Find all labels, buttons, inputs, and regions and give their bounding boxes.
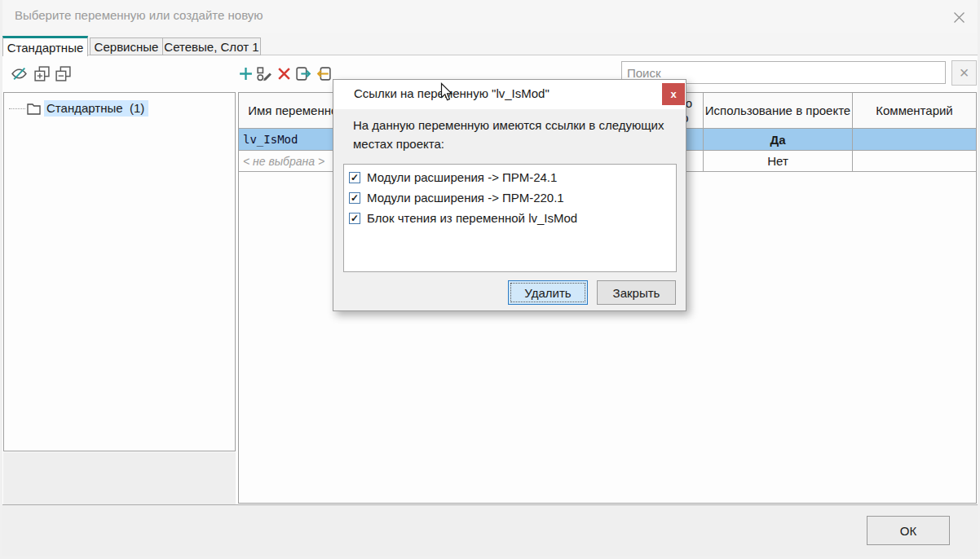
tab-label: Сервисные <box>95 40 159 54</box>
column-header-comment[interactable]: Комментарий <box>853 93 976 129</box>
tab-label: Сетевые, Слот 1 <box>164 40 258 54</box>
tab-strip: Стандартные Сервисные Сетевые, Слот 1 <box>2 33 978 55</box>
expand-all-button[interactable] <box>33 64 51 82</box>
checkbox-checked[interactable]: ✓ <box>349 172 360 183</box>
check-icon: ✓ <box>351 193 359 203</box>
search-clear-button[interactable]: × <box>951 60 977 86</box>
reference-label: Модули расширения -> ПРМ-24.1 <box>367 170 557 184</box>
close-button-label: Закрыть <box>613 286 660 300</box>
dialog-close-button[interactable]: x <box>662 83 685 105</box>
reference-label: Модули расширения -> ПРМ-220.1 <box>367 191 564 205</box>
tree-panel-filler <box>3 452 236 504</box>
ok-button[interactable]: ОК <box>867 516 950 545</box>
folder-icon <box>27 103 41 115</box>
reference-item[interactable]: ✓ Блок чтения из переменной lv_IsMod <box>344 208 676 228</box>
mouse-cursor <box>440 82 454 105</box>
column-header-usage[interactable]: Использование в проекте <box>704 93 853 129</box>
eye-off-icon <box>11 65 28 82</box>
check-icon: ✓ <box>351 173 359 183</box>
variable-groups-tree: Стандартные (1) <box>3 92 236 451</box>
import-variables-button[interactable] <box>314 64 332 82</box>
delete-x-icon <box>276 66 292 81</box>
arrow-cursor-icon <box>440 82 454 103</box>
plus-icon <box>238 66 254 81</box>
export-icon <box>295 65 312 82</box>
window-titlebar: Выберите переменную или создайте новую <box>2 0 978 33</box>
tab-standard[interactable]: Стандартные <box>2 36 88 56</box>
edit-variable-icon <box>255 65 272 82</box>
tab-label: Стандартные <box>7 41 84 55</box>
row-lvismod-comment[interactable] <box>853 129 976 151</box>
delete-variable-button[interactable] <box>275 64 293 82</box>
check-icon: ✓ <box>351 213 359 223</box>
delete-button-label: Удалить <box>524 286 571 300</box>
reference-item[interactable]: ✓ Модули расширения -> ПРМ-220.1 <box>344 187 676 208</box>
close-icon <box>953 11 965 24</box>
export-variables-button[interactable] <box>294 64 312 82</box>
tab-network-slot1[interactable]: Сетевые, Слот 1 <box>162 37 261 55</box>
checkbox-checked[interactable]: ✓ <box>349 213 360 224</box>
reference-item[interactable]: ✓ Модули расширения -> ПРМ-24.1 <box>344 167 676 187</box>
tree-item-standard[interactable]: Стандартные (1) <box>4 99 148 117</box>
references-dialog: Ссылки на переменную "lv_IsMod" x На дан… <box>333 79 686 311</box>
dialog-titlebar[interactable]: Ссылки на переменную "lv_IsMod" x <box>333 80 686 109</box>
references-list: ✓ Модули расширения -> ПРМ-24.1 ✓ Модули… <box>343 164 677 272</box>
edit-variable-button[interactable] <box>254 64 272 82</box>
collapse-all-button[interactable] <box>54 64 72 82</box>
dialog-message: На данную переменную имеются ссылки в сл… <box>353 116 671 153</box>
collapse-all-icon <box>55 65 72 82</box>
close-button[interactable]: Закрыть <box>597 280 676 305</box>
reference-label: Блок чтения из переменной lv_IsMod <box>367 211 577 225</box>
row-lvismod-usage[interactable]: Да <box>704 129 853 151</box>
row-notselected-usage[interactable]: Нет <box>704 151 853 172</box>
tree-item-label: Стандартные (1) <box>44 100 148 117</box>
checkbox-checked[interactable]: ✓ <box>349 192 360 204</box>
window-title: Выберите переменную или создайте новую <box>15 8 263 22</box>
window-close-button[interactable] <box>951 9 967 25</box>
close-x-icon: x <box>670 88 676 100</box>
footer-bar: ОК <box>2 504 978 556</box>
clear-icon: × <box>960 64 969 82</box>
expand-all-icon <box>33 65 51 82</box>
import-icon <box>315 65 332 82</box>
tab-service[interactable]: Сервисные <box>90 37 163 55</box>
delete-button[interactable]: Удалить <box>508 280 588 305</box>
ok-button-label: ОК <box>900 524 916 538</box>
select-variable-window: Выберите переменную или создайте новую С… <box>0 0 980 559</box>
hide-unused-button[interactable] <box>10 64 28 82</box>
add-variable-button[interactable] <box>236 64 254 82</box>
tree-connector <box>9 108 25 109</box>
row-notselected-comment[interactable] <box>853 151 976 172</box>
